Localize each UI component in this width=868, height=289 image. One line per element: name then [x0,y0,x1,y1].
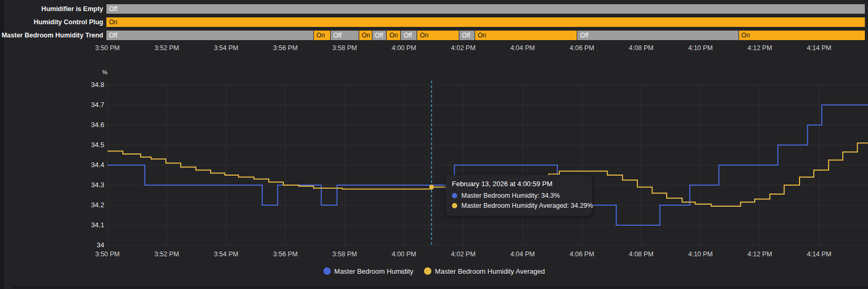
tooltip-series-text: Master Bedroom Humidity Averaged: 34.29% [461,202,593,209]
time-tick-label: 4:00 PM [380,251,428,258]
y-tick-label: 34.5 [73,141,104,149]
time-tick-label: 4:02 PM [440,251,487,258]
chart-tooltip: February 13, 2026 at 4:00:59 PM Master B… [446,175,592,216]
history-panel: Humidifier is EmptyOffHumidity Control P… [0,0,868,289]
time-tick-label: 4:12 PM [736,251,784,258]
legend-dot [323,267,331,275]
time-tick-label: 3:50 PM [84,251,131,258]
bottom-divider [13,286,868,288]
chart-time-axis: 3:50 PM3:52 PM3:54 PM3:56 PM3:58 PM4:00 … [0,251,868,258]
humidity-chart [0,0,868,289]
time-tick-label: 4:08 PM [617,251,665,258]
time-tick-label: 4:06 PM [558,251,606,258]
y-tick-label: 34.6 [73,121,104,129]
y-tick-label: 34.8 [73,81,104,89]
legend-label: Master Bedroom Humidity Averaged [435,267,545,275]
tooltip-series-dot [452,203,457,208]
y-tick-label: 34.7 [73,101,104,109]
tooltip-row: Master Bedroom Humidity: 34.3% [452,190,586,200]
chart-plot-area[interactable] [107,81,868,245]
tooltip-row: Master Bedroom Humidity Averaged: 34.29% [452,200,586,210]
y-tick-label: 34.1 [73,221,104,229]
tooltip-series-text: Master Bedroom Humidity: 34.3% [461,192,560,199]
y-axis-unit-label: % [102,69,107,75]
time-tick-label: 3:52 PM [143,251,191,258]
tooltip-series-dot [452,193,457,198]
chart-legend: Master Bedroom HumidityMaster Bedroom Hu… [0,265,868,277]
y-tick-label: 34.3 [73,181,104,189]
time-tick-label: 4:04 PM [499,251,546,258]
y-tick-label: 34 [73,241,104,249]
tooltip-timestamp: February 13, 2026 at 4:00:59 PM [452,180,586,188]
time-tick-label: 3:58 PM [321,251,368,258]
y-tick-label: 34.2 [73,201,104,209]
legend-dot [424,267,431,275]
legend-item[interactable]: Master Bedroom Humidity [323,267,413,275]
time-tick-label: 4:14 PM [795,251,843,258]
time-tick-label: 3:56 PM [262,251,309,258]
legend-item[interactable]: Master Bedroom Humidity Averaged [424,267,545,275]
legend-label: Master Bedroom Humidity [334,267,413,275]
time-tick-label: 4:10 PM [677,251,724,258]
time-tick-label: 3:54 PM [202,251,250,258]
y-tick-label: 34.4 [73,161,104,169]
